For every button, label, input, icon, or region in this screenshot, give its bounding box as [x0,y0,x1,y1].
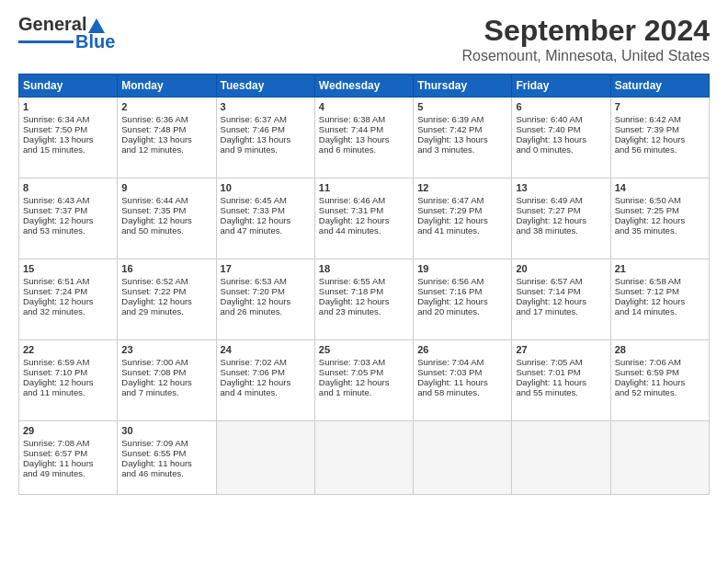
day-info-line: Sunset: 7:35 PM [121,205,211,215]
logo-blue: Blue [75,31,115,52]
day-info-line: Daylight: 12 hours [615,296,705,306]
day-info-line: Sunset: 7:39 PM [615,124,705,134]
logo: General Blue [18,14,115,52]
day-info-line: Sunset: 7:29 PM [417,205,507,215]
day-info-line: and 29 minutes. [121,306,211,316]
day-info-line: Sunrise: 7:02 AM [221,357,311,367]
day-info-line: and 55 minutes. [516,387,606,397]
day-info-line: Sunset: 7:46 PM [221,124,311,134]
calendar-cell: 9Sunrise: 6:44 AMSunset: 7:35 PMDaylight… [118,178,216,259]
day-number: 23 [121,344,211,355]
day-info-line: and 15 minutes. [23,144,113,155]
logo-triangle-icon [88,17,105,33]
day-number: 15 [23,263,113,274]
calendar-cell: 1Sunrise: 6:34 AMSunset: 7:50 PMDaylight… [19,98,118,178]
day-info-line: Sunrise: 7:08 AM [23,438,113,448]
calendar-cell: 22Sunrise: 6:59 AMSunset: 7:10 PMDayligh… [19,340,118,421]
day-info-line: Sunrise: 6:34 AM [23,114,113,124]
day-info-line: Sunrise: 7:05 AM [516,357,606,367]
weekday-header-monday: Monday [118,75,216,98]
day-info-line: Daylight: 12 hours [615,134,705,144]
calendar-cell [314,421,413,495]
calendar-cell: 21Sunrise: 6:58 AMSunset: 7:12 PMDayligh… [610,259,709,340]
calendar-cell: 20Sunrise: 6:57 AMSunset: 7:14 PMDayligh… [512,259,610,340]
calendar-cell [610,421,709,495]
day-info-line: and 7 minutes. [121,387,211,397]
day-info-line: and 58 minutes. [417,387,507,397]
calendar-cell: 13Sunrise: 6:49 AMSunset: 7:27 PMDayligh… [512,178,610,259]
day-info-line: Sunset: 6:57 PM [23,448,113,458]
day-info-line: Daylight: 12 hours [417,296,507,306]
calendar-cell: 24Sunrise: 7:02 AMSunset: 7:06 PMDayligh… [216,340,314,421]
day-info-line: Daylight: 11 hours [615,377,705,387]
day-number: 22 [23,344,113,355]
day-number: 21 [615,263,705,274]
day-info-line: Sunrise: 6:53 AM [221,276,311,286]
calendar-week-5: 29Sunrise: 7:08 AMSunset: 6:57 PMDayligh… [19,421,710,495]
day-info-line: Daylight: 13 hours [121,134,211,144]
day-number: 4 [319,101,409,112]
day-info-line: Sunset: 7:06 PM [221,367,311,377]
day-info-line: Sunset: 7:37 PM [23,205,113,215]
day-info-line: and 23 minutes. [319,306,409,316]
header: General Blue September 2024 Rosemount, M… [18,14,710,64]
day-info-line: Daylight: 12 hours [121,296,211,306]
day-info-line: Daylight: 13 hours [417,134,507,144]
day-info-line: Sunset: 7:14 PM [516,286,606,296]
day-info-line: Sunset: 7:33 PM [221,205,311,215]
calendar-cell: 11Sunrise: 6:46 AMSunset: 7:31 PMDayligh… [314,178,413,259]
day-number: 12 [417,182,507,193]
day-info-line: Sunrise: 6:57 AM [516,276,606,286]
day-number: 25 [319,344,409,355]
day-info-line: Sunrise: 6:44 AM [121,195,211,205]
day-info-line: Sunrise: 6:55 AM [319,276,409,286]
calendar-cell: 6Sunrise: 6:40 AMSunset: 7:40 PMDaylight… [512,98,610,178]
day-info-line: and 3 minutes. [417,144,507,155]
day-number: 26 [417,344,507,355]
day-info-line: and 50 minutes. [121,225,211,236]
day-info-line: Sunrise: 6:46 AM [319,195,409,205]
day-number: 9 [121,182,211,193]
day-info-line: Daylight: 11 hours [23,458,113,468]
day-number: 28 [615,344,705,355]
day-number: 13 [516,182,606,193]
day-info-line: Sunrise: 6:56 AM [417,276,507,286]
day-info-line: Daylight: 12 hours [121,377,211,387]
day-info-line: Sunrise: 6:45 AM [221,195,311,205]
calendar-cell: 8Sunrise: 6:43 AMSunset: 7:37 PMDaylight… [19,178,118,259]
day-info-line: Sunrise: 6:37 AM [221,114,311,124]
day-info-line: Daylight: 11 hours [121,458,211,468]
day-info-line: Sunrise: 6:36 AM [121,114,211,124]
day-info-line: Sunrise: 6:58 AM [615,276,705,286]
day-info-line: Daylight: 12 hours [516,215,606,225]
day-number: 5 [417,101,507,112]
day-info-line: Sunrise: 6:38 AM [319,114,409,124]
day-info-line: Sunset: 6:55 PM [121,448,211,458]
calendar-cell: 5Sunrise: 6:39 AMSunset: 7:42 PMDaylight… [414,98,512,178]
day-info-line: Daylight: 12 hours [319,296,409,306]
day-number: 11 [319,182,409,193]
day-number: 14 [615,182,705,193]
day-info-line: Daylight: 12 hours [221,377,311,387]
day-info-line: and 32 minutes. [23,306,113,316]
day-info-line: Sunset: 7:50 PM [23,124,113,134]
page-title: September 2024 [462,14,710,48]
day-number: 17 [221,263,311,274]
calendar-cell: 10Sunrise: 6:45 AMSunset: 7:33 PMDayligh… [216,178,314,259]
calendar-cell [414,421,512,495]
day-info-line: Daylight: 12 hours [319,215,409,225]
day-info-line: Sunset: 7:08 PM [121,367,211,377]
day-info-line: Sunset: 7:18 PM [319,286,409,296]
day-info-line: and 41 minutes. [417,225,507,236]
day-info-line: Daylight: 11 hours [417,377,507,387]
day-info-line: Sunrise: 6:49 AM [516,195,606,205]
day-info-line: Sunset: 7:24 PM [23,286,113,296]
day-number: 27 [516,344,606,355]
day-info-line: Daylight: 12 hours [23,215,113,225]
calendar-week-3: 15Sunrise: 6:51 AMSunset: 7:24 PMDayligh… [19,259,710,340]
day-info-line: Daylight: 13 hours [221,134,311,144]
day-info-line: and 52 minutes. [615,387,705,397]
weekday-header-thursday: Thursday [414,75,512,98]
day-info-line: Sunrise: 6:47 AM [417,195,507,205]
day-number: 2 [121,101,211,112]
